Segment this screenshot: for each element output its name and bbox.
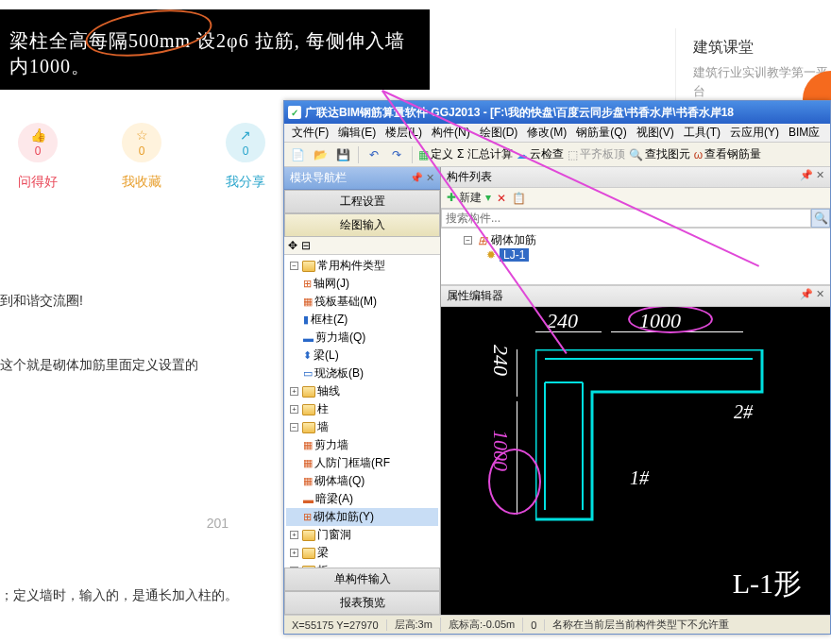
expand-icon[interactable]: + [290,387,298,396]
delete-icon[interactable]: ✕ [497,192,506,205]
pin-icon[interactable]: 📌 [800,288,813,299]
right-panel: 构件列表 📌 ✕ ✚ 新建 ▾ ✕ 📋 🔍 − ⊞ 砌体加筋 ✹ LJ-1 属性… [441,167,830,615]
project-settings-tab[interactable]: 工程设置 [284,190,440,213]
menu-edit[interactable]: 编辑(E) [334,125,380,141]
text-line3: ；定义墙时，输入的，是通长加入柱的。 [0,587,238,604]
menu-component[interactable]: 构件(N) [428,125,474,141]
thumb-icon: 👍 [30,127,46,143]
page-texts: 到和谐交流圈! 这个就是砌体加筋里面定义设置的 201 ；定义墙时，输入的，是通… [0,283,238,614]
list-toolbar: ✚ 新建 ▾ ✕ 📋 [441,188,830,209]
close-icon[interactable]: ✕ [426,172,434,183]
sum-button[interactable]: Σ 汇总计算 [457,146,513,162]
undo-icon[interactable]: ↶ [365,145,383,164]
search-go-button[interactable]: 🔍 [811,209,830,228]
year: 201 [0,516,238,531]
highlight-oval-top [628,307,713,333]
close-icon[interactable]: ✕ [816,169,824,180]
status-msg: 名称在当前层当前构件类型下不允许重 [545,618,830,632]
collapse-icon[interactable]: − [290,423,298,432]
expand-icon[interactable]: + [290,549,298,557]
star-icon: ☆ [136,127,148,143]
collapse-icon[interactable]: − [290,262,298,270]
report-tab[interactable]: 报表预览 [284,591,440,615]
menu-floor[interactable]: 楼层(L) [382,125,426,141]
text-line2: 这个就是砌体加筋里面定义设置的 [0,357,238,374]
status-coord: X=55175 Y=27970 [284,619,387,631]
text-line1: 到和谐交流圈! [0,293,238,310]
cloud-check-button[interactable]: ☁云检查 [517,146,564,162]
save-icon[interactable]: 💾 [333,145,352,164]
right-sidebar: 建筑课堂 建筑行业实训教学第一平台 [675,28,831,110]
menu-bim[interactable]: BIM应 [785,125,823,141]
selected-component: LJ-1 [500,248,529,262]
drawing-viewport[interactable]: 240 1000 240 1000 1# 2# L-1形 [441,307,830,615]
stat-good[interactable]: 👍0 问得好 [5,123,71,191]
component-tree[interactable]: −常用构件类型 ⊞ 轴网(J) ▦ 筏板基础(M) ▮ 框柱(Z) ▬ 剪力墙(… [284,255,440,568]
share-icon: ↗ [240,127,251,143]
stat-fav[interactable]: ☆0 我收藏 [109,123,175,191]
titlebar[interactable]: ✓ 广联达BIM钢筋算量软件 GGJ2013 - [F:\我的快盘\百度云同步盘… [284,101,830,124]
folder-icon [302,548,315,559]
redo-icon[interactable]: ↷ [387,145,406,164]
mark-1: 1# [630,467,649,489]
menu-cloud[interactable]: 云应用(Y) [726,125,783,141]
app-icon: ✓ [288,106,301,119]
single-input-tab[interactable]: 单构件输入 [284,568,440,591]
nav-panel: 模块导航栏 📌 ✕ 工程设置 绘图输入 ✥ ⊟ −常用构件类型 ⊞ 轴网(J) … [284,167,441,615]
l-shape [535,349,772,529]
new-icon[interactable]: 📄 [288,145,307,164]
collapse-icon[interactable]: ⊟ [301,239,311,252]
menu-file[interactable]: 文件(F) [288,125,332,141]
menu-rebar[interactable]: 钢筋量(Q) [572,125,630,141]
toolbar: 📄 📂 💾 ↶ ↷ ▦定义 Σ 汇总计算 ☁云检查 ⬚平齐板顶 🔍查找图元 ω查… [284,143,830,167]
folder-icon [302,386,315,398]
status-bottom: 底标高:-0.05m [441,618,523,632]
expand-icon[interactable]: ✥ [288,239,297,252]
menu-modify[interactable]: 修改(M) [523,125,570,141]
component-list-header: 构件列表 📌 ✕ [441,167,830,188]
view-rebar-button[interactable]: ω查看钢筋量 [694,146,761,162]
menubar: 文件(F) 编辑(E) 楼层(L) 构件(N) 绘图(D) 修改(M) 钢筋量(… [284,124,830,143]
stat-share[interactable]: ↗0 我分享 [212,123,279,191]
note-text: 梁柱全高每隔500mm 设2φ6 拉筋, 每侧伸入墙内1000。 [9,30,405,76]
nav-title: 模块导航栏 📌 ✕ [284,167,440,190]
stats-row: 👍0 问得好 ☆0 我收藏 ↗0 我分享 [5,123,279,191]
expand-icon[interactable]: + [290,405,298,414]
sidebar-title: 建筑课堂 [693,38,831,58]
folder-icon [302,422,315,433]
flat-button[interactable]: ⬚平齐板顶 [568,146,625,162]
folder-icon [302,404,315,415]
copy-icon[interactable]: 📋 [512,192,526,205]
dim-240-left: 240 [488,345,513,376]
pin-icon[interactable]: 📌 [800,169,813,180]
expand-icon[interactable]: + [290,531,298,539]
find-button[interactable]: 🔍查找图元 [629,146,690,162]
highlight-oval [82,3,214,63]
folder-icon [302,261,315,272]
open-icon[interactable]: 📂 [311,145,330,164]
mark-2: 2# [734,401,753,423]
shape-name: L-1形 [733,565,802,603]
statusbar: X=55175 Y=27970 层高:3m 底标高:-0.05m 0 名称在当前… [284,615,830,634]
app-window: ✓ 广联达BIM钢筋算量软件 GGJ2013 - [F:\我的快盘\百度云同步盘… [283,100,831,635]
pin-icon[interactable]: 📌 [410,172,423,183]
status-floor: 层高:3m [387,618,441,632]
menu-tools[interactable]: 工具(T) [680,125,724,141]
drawing-note: 梁柱全高每隔500mm 设2φ6 拉筋, 每侧伸入墙内1000。 [0,9,430,90]
tree-toolbar: ✥ ⊟ [284,237,440,255]
folder-icon [302,530,315,541]
property-editor-header: 属性编辑器 📌 ✕ [441,285,830,307]
close-icon[interactable]: ✕ [816,288,824,299]
search-row: 🔍 [441,209,830,229]
menu-view[interactable]: 视图(V) [633,125,678,141]
window-title: 广联达BIM钢筋算量软件 GGJ2013 - [F:\我的快盘\百度云同步盘\书… [305,105,734,121]
tree-item-selected: ⊞ 砌体加筋(Y) [286,508,438,526]
draw-input-tab[interactable]: 绘图输入 [284,213,440,237]
highlight-oval-left [488,449,541,515]
status-zero: 0 [523,619,545,631]
search-input[interactable] [441,209,811,228]
